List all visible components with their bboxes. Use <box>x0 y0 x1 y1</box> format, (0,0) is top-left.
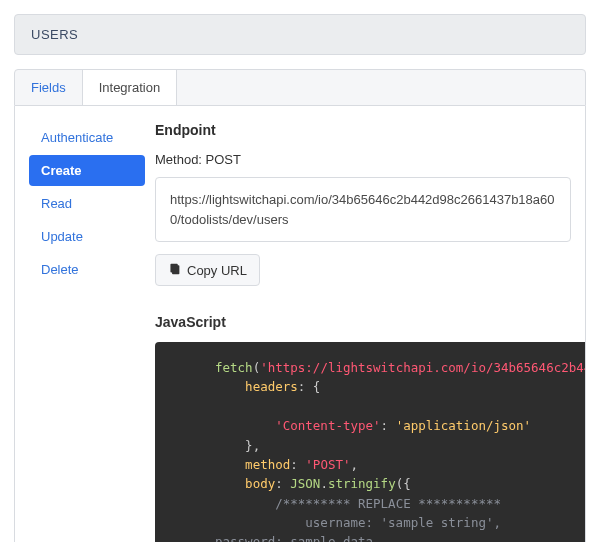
endpoint-heading: Endpoint <box>155 122 585 138</box>
sidebar-item-authenticate[interactable]: Authenticate <box>29 122 145 153</box>
endpoint-url-box[interactable]: https://lightswitchapi.com/io/34b65646c2… <box>155 177 571 242</box>
sidebar-item-label: Read <box>41 196 72 211</box>
endpoint-url: https://lightswitchapi.com/io/34b65646c2… <box>170 192 555 227</box>
tab-label: Integration <box>99 80 160 95</box>
tab-fields[interactable]: Fields <box>15 70 83 105</box>
sidebar-item-read[interactable]: Read <box>29 188 145 219</box>
integration-panel: Authenticate Create Read Update Delete E… <box>14 106 586 542</box>
tab-label: Fields <box>31 80 66 95</box>
sidebar: Authenticate Create Read Update Delete <box>15 106 155 542</box>
page-title-bar: USERS <box>14 14 586 55</box>
tab-integration[interactable]: Integration <box>82 70 177 105</box>
sidebar-item-update[interactable]: Update <box>29 221 145 252</box>
copy-url-button[interactable]: Copy URL <box>155 254 260 286</box>
javascript-heading: JavaScript <box>155 314 585 330</box>
sidebar-item-label: Update <box>41 229 83 244</box>
sidebar-item-label: Create <box>41 163 81 178</box>
sidebar-item-delete[interactable]: Delete <box>29 254 145 285</box>
sidebar-item-label: Authenticate <box>41 130 113 145</box>
code-content: fetch('https://lightswitchapi.com/io/34b… <box>155 358 585 542</box>
tabs: Fields Integration <box>14 69 586 106</box>
code-block[interactable]: fetch('https://lightswitchapi.com/io/34b… <box>155 342 585 542</box>
method-label: Method: POST <box>155 152 585 167</box>
copy-url-label: Copy URL <box>187 263 247 278</box>
sidebar-item-create[interactable]: Create <box>29 155 145 186</box>
copy-icon <box>168 262 181 278</box>
content-area: Endpoint Method: POST https://lightswitc… <box>155 106 585 542</box>
sidebar-item-label: Delete <box>41 262 79 277</box>
page-title: USERS <box>31 27 78 42</box>
